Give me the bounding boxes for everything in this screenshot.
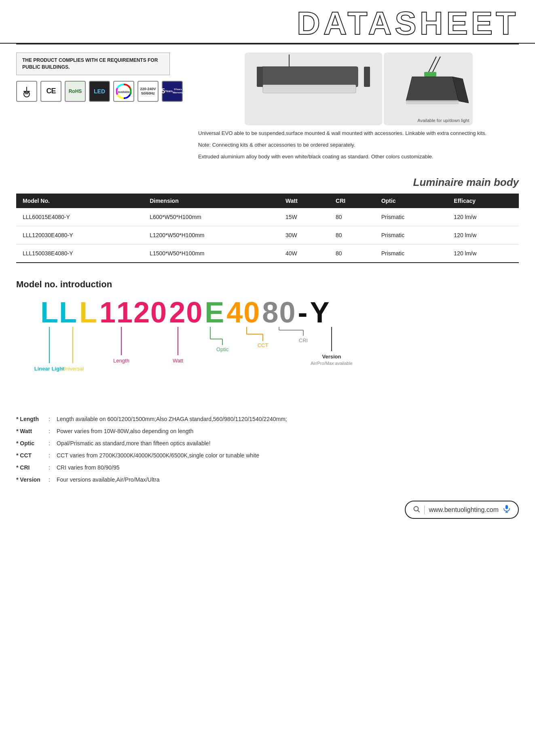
col-header-watt: Watt xyxy=(279,194,329,208)
note-val-cri: CRI varies from 80/90/95 xyxy=(57,464,519,471)
product-images: Available for up/down light xyxy=(198,53,519,125)
cell-efficacy-1: 120 lm/w xyxy=(447,226,519,244)
code-40: 40 xyxy=(226,298,260,327)
annotation-svg: Linear Light Universal Length Watt Optic… xyxy=(40,327,526,408)
svg-text:CRI: CRI xyxy=(299,337,308,343)
note-key-cct: * CCT xyxy=(16,452,49,459)
rohs-icon: RoHS xyxy=(65,81,86,102)
note-val-watt: Power varies from 10W-80W,also depending… xyxy=(57,428,519,434)
col-header-efficacy: Efficacy xyxy=(447,194,519,208)
desc-para3: Extruded aluminium alloy body with even … xyxy=(198,153,519,161)
note-key-watt: * Watt xyxy=(16,428,49,434)
top-section: THE PRODUCT COMPLIES WITH CE REQUIREMENT… xyxy=(0,44,535,172)
product-image-side: Available for up/down light xyxy=(384,53,473,125)
table-row: LLL150038E4080-Y L1500*W50*H100mm 40W 80… xyxy=(16,244,519,263)
product-image-main xyxy=(245,53,382,125)
footer: www.bentuolighting.com xyxy=(0,493,535,531)
svg-rect-9 xyxy=(261,67,358,87)
cell-watt-2: 40W xyxy=(279,244,329,263)
note-colon-cct: : xyxy=(49,452,57,459)
svg-rect-48 xyxy=(505,505,508,509)
note-watt: * Watt : Power varies from 10W-80W,also … xyxy=(16,428,519,434)
header: DATASHEET xyxy=(0,0,535,44)
code-80: 80 xyxy=(262,298,296,327)
website-url: www.bentuolighting.com xyxy=(429,506,499,514)
model-code-display: LL L 1120 20 E 40 80 - Y xyxy=(40,298,519,327)
code-sep: - xyxy=(298,298,308,327)
note-val-version: Four versions available,Air/Pro/Max/Ultr… xyxy=(57,476,519,483)
svg-text:Version: Version xyxy=(322,354,341,360)
top-right: Available for up/down light Universal EV… xyxy=(198,53,519,164)
code-l: L xyxy=(79,298,98,327)
luminaire-section: Luminaire main body Model No. Dimension … xyxy=(0,172,535,271)
note-key-cri: * CRI xyxy=(16,464,49,471)
search-icon xyxy=(413,505,420,514)
model-intro-title: Model no. introduction xyxy=(16,279,519,290)
cell-optic-0: Prismatic xyxy=(375,208,448,226)
cell-cri-1: 80 xyxy=(329,226,375,244)
cell-model-0: LLL60015E4080-Y xyxy=(16,208,143,226)
svg-marker-19 xyxy=(406,77,459,101)
luminaire-table: Model No. Dimension Watt CRI Optic Effic… xyxy=(16,194,519,263)
search-bar[interactable]: www.bentuolighting.com xyxy=(405,501,519,519)
note-colon-cri: : xyxy=(49,464,57,471)
bottom-notes: * Length : Length available on 600/1200/… xyxy=(0,408,535,493)
cell-dim-2: L1500*W50*H100mm xyxy=(143,244,279,263)
note-optic: * Optic : Opal/Prismatic as standard,mor… xyxy=(16,440,519,446)
note-key-length: * Length xyxy=(16,416,49,422)
cell-model-2: LLL150038E4080-Y xyxy=(16,244,143,263)
svg-rect-14 xyxy=(257,67,263,87)
note-val-cct: CCT varies from 2700K/3000K/4000K/5000K/… xyxy=(57,452,519,459)
desc-para1: Universal EVO able to be suspended,surfa… xyxy=(198,129,519,138)
svg-rect-18 xyxy=(424,72,436,77)
cell-cri-0: 80 xyxy=(329,208,375,226)
code-y: Y xyxy=(310,298,330,327)
desc-para2: Note: Connecting kits & other accessorie… xyxy=(198,141,519,150)
note-length: * Length : Length available on 600/1200/… xyxy=(16,416,519,422)
svg-line-17 xyxy=(432,57,440,73)
note-version: * Version : Four versions available,Air/… xyxy=(16,476,519,483)
svg-text:available: available xyxy=(118,91,130,93)
led-icon: LED xyxy=(89,81,110,102)
earth-icon xyxy=(16,81,37,102)
table-row: LLL120030E4080-Y L1200*W50*H100mm 30W 80… xyxy=(16,226,519,244)
col-header-model: Model No. xyxy=(16,194,143,208)
icons-row: CE RoHS LED available 22 xyxy=(16,81,186,102)
note-colon-optic: : xyxy=(49,440,57,446)
svg-line-47 xyxy=(418,510,419,512)
svg-rect-15 xyxy=(364,67,370,87)
col-header-dimension: Dimension xyxy=(143,194,279,208)
table-row: LLL60015E4080-Y L600*W50*H100mm 15W 80 P… xyxy=(16,208,519,226)
search-divider xyxy=(424,505,425,514)
code-e: E xyxy=(205,298,225,327)
svg-rect-21 xyxy=(406,100,459,104)
note-cri: * CRI : CRI varies from 80/90/95 xyxy=(16,464,519,471)
cell-model-1: LLL120030E4080-Y xyxy=(16,226,143,244)
svg-text:Universal: Universal xyxy=(62,366,84,372)
description: Universal EVO able to be suspended,surfa… xyxy=(198,129,519,161)
compliance-box: THE PRODUCT COMPLIES WITH CE REQUIREMENT… xyxy=(16,53,170,75)
cell-dim-0: L600*W50*H100mm xyxy=(143,208,279,226)
note-colon-length: : xyxy=(49,416,57,422)
svg-text:Length: Length xyxy=(113,358,129,364)
luminaire-title: Luminaire main body xyxy=(16,176,519,189)
rgb-icon: available xyxy=(113,81,134,102)
cell-dim-1: L1200*W50*H100mm xyxy=(143,226,279,244)
note-key-optic: * Optic xyxy=(16,440,49,446)
page-title: DATASHEET xyxy=(16,7,519,40)
model-intro-section: Model no. introduction LL L 1120 20 E 40… xyxy=(0,271,535,408)
svg-text:CCT: CCT xyxy=(258,342,269,348)
table-header-row: Model No. Dimension Watt CRI Optic Effic… xyxy=(16,194,519,208)
mic-icon[interactable] xyxy=(503,505,511,515)
ce-icon: CE xyxy=(40,81,61,102)
note-colon-version: : xyxy=(49,476,57,483)
cell-watt-1: 30W xyxy=(279,226,329,244)
cell-efficacy-0: 120 lm/w xyxy=(447,208,519,226)
cell-watt-0: 15W xyxy=(279,208,329,226)
note-val-optic: Opal/Prismatic as standard,more than fif… xyxy=(57,440,519,446)
cell-optic-2: Prismatic xyxy=(375,244,448,263)
code-ll: LL xyxy=(40,298,78,327)
svg-text:Air/Pro/Max available: Air/Pro/Max available xyxy=(311,361,353,366)
svg-text:Linear Light: Linear Light xyxy=(34,366,65,372)
note-colon-watt: : xyxy=(49,428,57,434)
